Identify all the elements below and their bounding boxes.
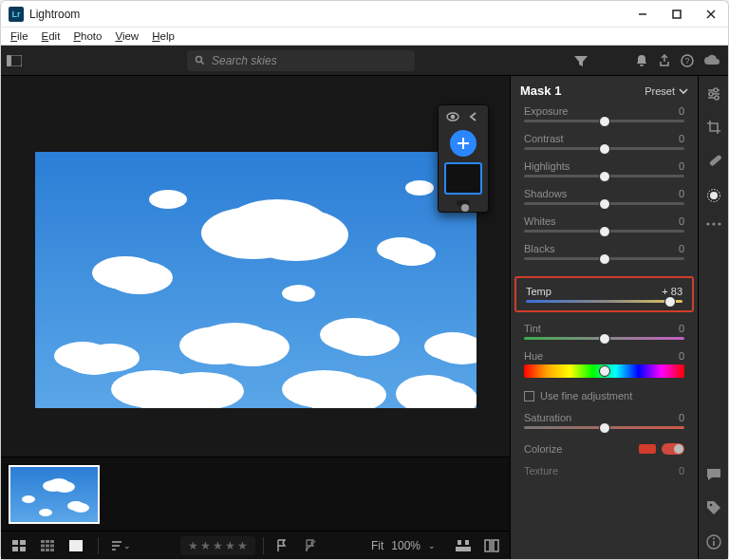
svg-rect-30 [465,540,469,545]
menu-view[interactable]: View [109,29,144,43]
tag-icon[interactable] [706,500,721,515]
svg-rect-1 [673,10,681,18]
filmstrip[interactable] [1,457,510,531]
svg-point-52 [713,538,715,540]
minimize-button[interactable] [626,1,660,28]
fit-label[interactable]: Fit [371,539,383,552]
zoom-label[interactable]: 100% [391,539,421,552]
crop-icon[interactable] [706,120,721,135]
filmstrip-thumb[interactable] [9,465,100,524]
eye-icon[interactable] [445,109,460,124]
info-icon[interactable] [706,534,721,550]
svg-rect-14 [41,540,45,543]
window-titlebar: Lr Lightroom [0,0,729,27]
reject-flag-icon[interactable] [300,539,321,552]
sort-icon[interactable]: ⌄ [110,540,131,551]
slider-saturation[interactable]: Saturation0 [524,412,684,429]
menu-photo[interactable]: Photo [67,29,107,43]
slider-tint[interactable]: Tint0 [524,323,684,340]
search-input[interactable]: Search skies [187,50,415,71]
comment-icon[interactable] [706,468,721,481]
slider-exposure[interactable]: Exposure0 [524,105,684,122]
app-body: Search skies ? [0,46,729,560]
mask-palette[interactable] [438,104,489,213]
back-arrow-icon[interactable] [466,109,481,124]
svg-rect-5 [7,55,11,66]
heal-icon[interactable] [706,154,721,169]
menu-file[interactable]: File [5,29,34,43]
menu-help[interactable]: Help [146,29,180,43]
fine-adjustment-checkbox[interactable]: Use fine adjustment [524,390,684,401]
slider-texture[interactable]: Texture0 [524,465,684,476]
menu-bar: File Edit Photo View Help [0,27,729,46]
cloud-icon[interactable] [703,54,720,67]
view-grid-icon[interactable] [9,540,29,551]
svg-rect-53 [713,541,715,546]
svg-point-41 [709,92,713,96]
slider-whites[interactable]: Whites0 [524,215,684,233]
view-single-icon[interactable] [65,540,86,551]
rating-stars[interactable]: ★★★★★ [180,536,255,555]
mask-icon[interactable] [706,188,721,203]
chevron-down-icon [679,86,688,96]
svg-rect-21 [46,549,49,551]
sliders-icon[interactable] [706,87,721,101]
svg-point-39 [714,88,718,92]
svg-rect-18 [46,544,49,547]
mask-thumbnail[interactable] [444,162,482,195]
svg-rect-31 [485,540,490,551]
svg-point-43 [715,96,719,100]
status-bar: ⌄ ★★★★★ Fit 100% ⌄ [1,531,510,559]
colorize-label: Colorize [524,443,562,455]
preset-dropdown[interactable]: Preset [645,85,688,97]
svg-rect-29 [458,540,461,545]
search-placeholder: Search skies [212,54,277,67]
slider-contrast[interactable]: Contrast0 [524,133,684,150]
svg-rect-44 [708,155,720,167]
search-icon [195,55,206,66]
svg-rect-28 [456,547,471,551]
svg-point-6 [196,56,202,62]
top-toolbar: Search skies ? [1,46,728,76]
svg-rect-23 [69,540,83,551]
colorize-swatch[interactable] [639,444,656,454]
svg-point-49 [718,222,720,225]
add-mask-button[interactable] [450,130,477,157]
svg-rect-12 [12,547,18,551]
svg-rect-17 [41,544,45,547]
compare-icon[interactable] [481,539,502,552]
overlay-icon[interactable] [453,540,474,551]
svg-rect-16 [50,540,54,543]
svg-rect-11 [20,540,26,545]
close-button[interactable] [694,1,728,28]
filter-icon[interactable] [574,54,588,67]
svg-point-50 [709,504,712,507]
svg-rect-10 [12,540,18,545]
svg-point-48 [712,222,715,225]
right-rail [698,76,728,559]
svg-rect-32 [494,540,498,551]
view-grid2-icon[interactable] [37,540,58,551]
canvas-area[interactable] [1,76,510,457]
svg-rect-13 [20,547,26,551]
svg-rect-20 [41,549,45,551]
flag-icon[interactable] [271,539,292,552]
photo-preview[interactable] [35,152,477,408]
edit-panel: Mask 1 Preset Exposure0 Contrast0 [510,76,698,559]
maximize-button[interactable] [660,1,694,28]
svg-line-7 [201,61,204,64]
share-icon[interactable] [658,54,671,67]
bell-icon[interactable] [635,54,648,67]
canvas-column: ⌄ ★★★★★ Fit 100% ⌄ [1,76,510,559]
slider-shadows[interactable]: Shadows0 [524,188,684,205]
help-icon[interactable]: ? [681,54,694,67]
slider-hue[interactable]: Hue0 [524,350,684,378]
app-icon: Lr [9,7,24,22]
colorize-toggle[interactable] [662,443,684,455]
menu-edit[interactable]: Edit [36,29,66,43]
slider-blacks[interactable]: Blacks0 [524,243,684,260]
more-icon[interactable] [706,222,721,226]
slider-highlights[interactable]: Highlights0 [524,160,684,177]
panel-toggle-icon[interactable] [1,47,28,74]
slider-temp[interactable]: Temp+ 83 [526,286,682,303]
